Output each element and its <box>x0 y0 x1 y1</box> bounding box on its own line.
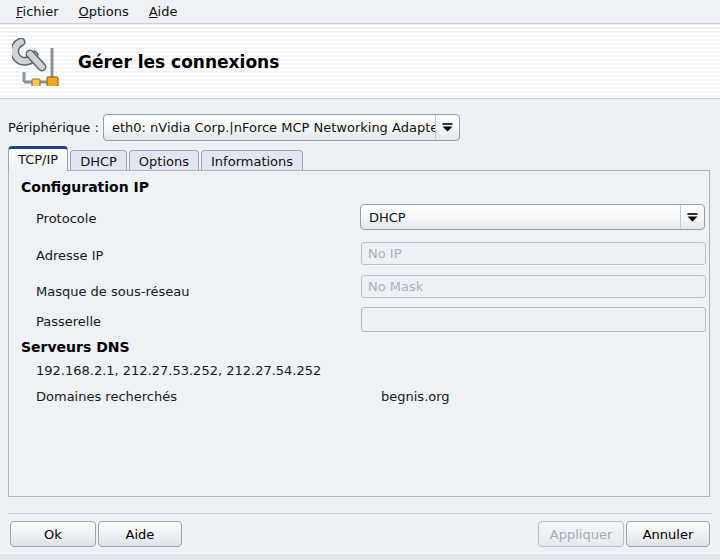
tab-dhcp[interactable]: DHCP <box>70 150 127 171</box>
menu-options-rest: ptions <box>89 4 129 19</box>
help-button[interactable]: Aide <box>98 521 182 547</box>
chevron-down-icon <box>435 115 459 140</box>
gateway-input[interactable] <box>361 307 706 332</box>
tab-tcpip[interactable]: TCP/IP <box>8 146 68 171</box>
chevron-down-icon <box>680 205 704 229</box>
tab-options-label: Options <box>139 154 189 169</box>
device-combobox[interactable]: eth0: nVidia Corp.|nForce MCP Networking… <box>103 114 460 141</box>
ip-address-input[interactable] <box>361 242 706 265</box>
menu-aide-mnemonic: A <box>149 4 158 19</box>
tab-tcpip-label: TCP/IP <box>18 152 58 167</box>
apply-button[interactable]: Appliquer <box>538 521 624 547</box>
menu-fichier[interactable]: Fichier <box>8 2 67 21</box>
gateway-label: Passerelle <box>36 314 101 329</box>
netmask-label: Masque de sous-réseau <box>36 284 189 299</box>
menu-options[interactable]: Options <box>71 2 137 21</box>
network-wrench-icon <box>12 38 60 86</box>
menu-bar: Fichier Options Aide <box>0 0 720 24</box>
tab-informations-label: Informations <box>211 154 293 169</box>
protocol-combobox[interactable]: DHCP <box>360 204 705 230</box>
tab-bar: TCP/IP DHCP Options Informations <box>8 146 305 171</box>
device-combobox-value: eth0: nVidia Corp.|nForce MCP Networking… <box>104 120 435 135</box>
menu-aide-rest: ide <box>158 4 178 19</box>
menu-options-mnemonic: O <box>79 4 89 19</box>
protocol-combobox-value: DHCP <box>361 210 680 225</box>
dns-servers-value: 192.168.2.1, 212.27.53.252, 212.27.54.25… <box>36 363 321 378</box>
tab-options[interactable]: Options <box>129 150 199 171</box>
cancel-button[interactable]: Annuler <box>626 521 710 547</box>
protocol-label: Protocole <box>36 211 96 226</box>
device-label: Périphérique : <box>8 120 99 135</box>
menu-fichier-rest: ichier <box>23 4 59 19</box>
dns-servers-heading: Serveurs DNS <box>21 339 130 355</box>
search-domain-value: begnis.org <box>381 389 450 404</box>
window-bottom-edge <box>0 553 720 560</box>
ok-button[interactable]: Ok <box>10 521 96 547</box>
menu-aide[interactable]: Aide <box>141 2 186 21</box>
tab-dhcp-label: DHCP <box>80 154 117 169</box>
ip-configuration-heading: Configuration IP <box>21 179 149 195</box>
title-banner: Gérer les connexions <box>0 25 720 99</box>
ip-address-label: Adresse IP <box>36 248 103 263</box>
page-title: Gérer les connexions <box>78 52 279 72</box>
manage-connections-window: Fichier Options Aide Gérer les connexion… <box>0 0 720 560</box>
tab-informations[interactable]: Informations <box>201 150 303 171</box>
bottom-separator <box>8 513 712 514</box>
search-domain-label: Domaines recherchés <box>36 389 177 404</box>
netmask-input[interactable] <box>361 275 706 298</box>
